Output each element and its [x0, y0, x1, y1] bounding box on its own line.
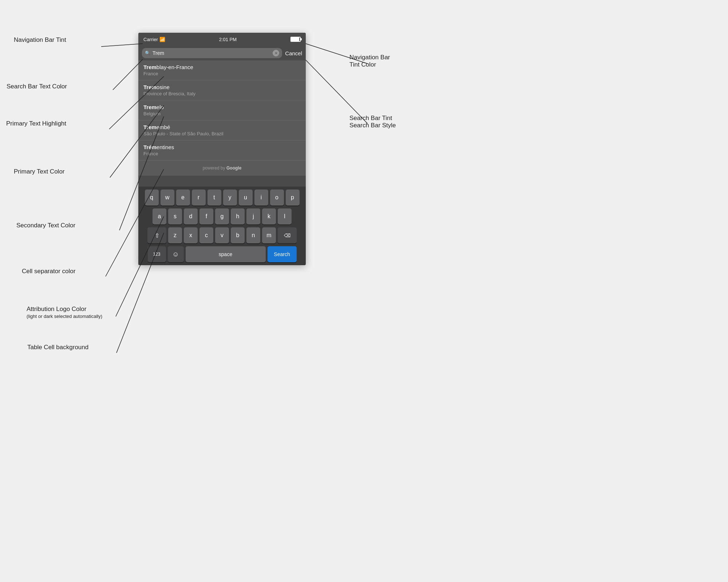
wifi-icon: 📶 — [159, 37, 165, 42]
carrier-label: Carrier 📶 — [143, 37, 165, 42]
search-icon: 🔍 — [145, 51, 150, 56]
annotation-nav-bar-tint-color-label: Navigation Bar — [349, 54, 390, 61]
key-delete[interactable]: ⌫ — [278, 227, 297, 243]
annotation-primary-text-color-label: Primary Text Color — [14, 168, 65, 175]
key-e[interactable]: e — [176, 190, 190, 206]
carrier-text: Carrier — [143, 37, 158, 42]
annotation-primary-text-color: Primary Text Color — [14, 168, 65, 175]
key-search[interactable]: Search — [268, 246, 297, 262]
key-f[interactable]: f — [199, 208, 213, 224]
attribution-brand: Google — [226, 166, 241, 171]
annotation-nav-bar-tint-color: Navigation Bar Tint Color — [349, 54, 390, 68]
annotation-search-bar-text-color: Search Bar Text Color — [7, 83, 67, 90]
key-z[interactable]: z — [168, 227, 182, 243]
key-w[interactable]: w — [161, 190, 174, 206]
result-item-0[interactable]: Tremblay-en-France France — [138, 60, 306, 80]
svg-line-9 — [306, 60, 368, 124]
annotation-primary-text-highlight: Primary Text Highlight — [6, 120, 66, 127]
result-highlight-1: Trem — [143, 84, 157, 90]
result-rest-2: elo — [157, 104, 164, 110]
result-highlight-2: Trem — [143, 104, 157, 110]
result-primary-4: Trémentines — [143, 144, 301, 150]
battery-icon — [290, 37, 301, 42]
annotation-nav-bar-tint-label: Navigation Bar Tint — [14, 36, 66, 43]
key-n[interactable]: n — [246, 227, 260, 243]
result-secondary-0: France — [143, 71, 301, 76]
phone-screen: Carrier 📶 2:01 PM 🔍 Trem ✕ Cancel Trembl… — [138, 33, 306, 265]
key-m[interactable]: m — [262, 227, 276, 243]
key-p[interactable]: p — [286, 190, 300, 206]
key-a[interactable]: a — [153, 208, 166, 224]
annotation-search-bar-tint-label: Search Bar Tint — [349, 115, 396, 122]
annotation-search-bar-tint-style: Search Bar Tint Search Bar Style — [349, 115, 396, 129]
result-item-1[interactable]: Tremosine Province of Brescia, Italy — [138, 80, 306, 100]
key-i[interactable]: i — [254, 190, 268, 206]
results-list: Tremblay-en-France France Tremosine Prov… — [138, 60, 306, 160]
annotation-cell-separator: Cell separator color — [22, 268, 75, 275]
key-s[interactable]: s — [168, 208, 182, 224]
annotation-secondary-text-color: Secondary Text Color — [16, 222, 75, 229]
svg-line-0 — [101, 44, 143, 47]
phone-wrapper: Carrier 📶 2:01 PM 🔍 Trem ✕ Cancel Trembl… — [138, 33, 306, 265]
annotation-secondary-text-color-label: Secondary Text Color — [16, 222, 75, 229]
result-highlight-3: Trem — [143, 124, 157, 130]
result-primary-2: Tremelo — [143, 104, 301, 110]
result-item-4[interactable]: Trémentines France — [138, 140, 306, 160]
key-c[interactable]: c — [199, 227, 213, 243]
key-y[interactable]: y — [223, 190, 237, 206]
table-cell-background — [138, 176, 306, 187]
key-u[interactable]: u — [239, 190, 253, 206]
key-o[interactable]: o — [270, 190, 284, 206]
attribution-text: powered by Google — [143, 166, 301, 171]
result-secondary-2: Belgium — [143, 111, 301, 116]
result-rest-1: osine — [157, 84, 170, 90]
key-k[interactable]: k — [262, 208, 276, 224]
key-shift[interactable]: ⇧ — [147, 227, 166, 243]
result-rest-0: blay-en-France — [157, 64, 193, 70]
result-rest-4: entines — [157, 144, 174, 150]
cancel-button[interactable]: Cancel — [285, 50, 302, 56]
key-emoji[interactable]: ☺ — [168, 246, 184, 262]
result-secondary-1: Province of Brescia, Italy — [143, 91, 301, 96]
annotation-search-bar-text-color-label: Search Bar Text Color — [7, 83, 67, 90]
status-bar: Carrier 📶 2:01 PM — [138, 33, 306, 46]
annotation-attribution-logo-sub: (light or dark selected automatically) — [27, 314, 102, 319]
key-numbers[interactable]: 123 — [148, 246, 166, 262]
annotation-table-cell-bg: Table Cell background — [27, 344, 88, 351]
search-input-text[interactable]: Trem — [153, 50, 270, 56]
keyboard: q w e r t y u i o p a s d f g h j k — [138, 187, 306, 265]
annotation-nav-bar-tint-color-label2: Tint Color — [349, 61, 390, 68]
search-bar: 🔍 Trem ✕ Cancel — [138, 46, 306, 60]
key-j[interactable]: j — [246, 208, 260, 224]
key-b[interactable]: b — [231, 227, 245, 243]
keyboard-row-1: q w e r t y u i o p — [140, 190, 304, 206]
annotation-svg — [0, 0, 728, 582]
result-highlight-0: Trem — [143, 64, 157, 70]
search-input-container[interactable]: 🔍 Trem ✕ — [142, 48, 282, 58]
key-x[interactable]: x — [184, 227, 198, 243]
result-rest-3: embé — [157, 124, 170, 130]
result-item-3[interactable]: Tremembé São Paulo - State of São Paulo,… — [138, 120, 306, 140]
result-secondary-3: São Paulo - State of São Paulo, Brazil — [143, 131, 301, 136]
search-clear-button[interactable]: ✕ — [273, 50, 279, 56]
key-l[interactable]: l — [278, 208, 292, 224]
annotation-search-bar-style-label: Search Bar Style — [349, 122, 396, 129]
key-space[interactable]: space — [186, 246, 266, 262]
key-q[interactable]: q — [145, 190, 159, 206]
keyboard-bottom-row: 123 ☺ space Search — [140, 246, 304, 262]
result-primary-3: Tremembé — [143, 124, 301, 130]
key-h[interactable]: h — [231, 208, 245, 224]
result-highlight-4: Trém — [143, 144, 157, 150]
annotation-nav-bar-tint: Navigation Bar Tint — [14, 36, 66, 44]
result-item-2[interactable]: Tremelo Belgium — [138, 100, 306, 120]
key-v[interactable]: v — [215, 227, 229, 243]
annotation-cell-separator-label: Cell separator color — [22, 268, 75, 275]
key-g[interactable]: g — [215, 208, 229, 224]
attribution-prefix: powered by — [203, 166, 226, 171]
key-r[interactable]: r — [192, 190, 206, 206]
key-d[interactable]: d — [184, 208, 198, 224]
status-time: 2:01 PM — [219, 37, 237, 42]
keyboard-row-3: ⇧ z x c v b n m ⌫ — [140, 227, 304, 243]
annotation-primary-text-highlight-label: Primary Text Highlight — [6, 120, 66, 127]
key-t[interactable]: t — [207, 190, 221, 206]
